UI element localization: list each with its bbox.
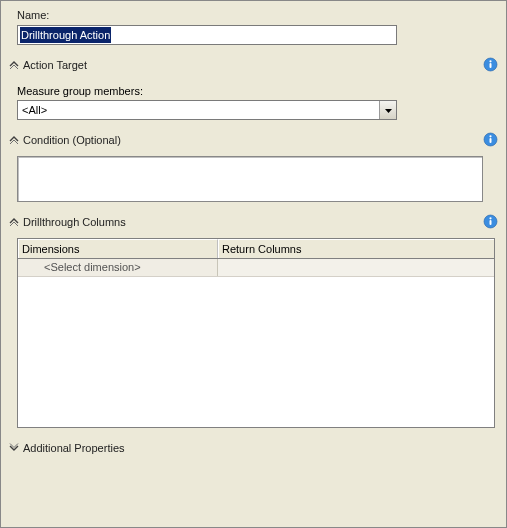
section-head-condition[interactable]: Condition (Optional) bbox=[1, 130, 506, 150]
section-head-action-target[interactable]: Action Target bbox=[1, 55, 506, 75]
drillthrough-grid[interactable]: Dimensions Return Columns <Select dimens… bbox=[17, 238, 495, 428]
svg-rect-5 bbox=[490, 138, 492, 143]
chevron-up-icon[interactable] bbox=[7, 133, 21, 147]
section-head-drillthrough[interactable]: Drillthrough Columns bbox=[1, 212, 506, 232]
dropdown-arrow-icon[interactable] bbox=[379, 101, 396, 119]
return-cell[interactable] bbox=[218, 259, 494, 276]
info-icon[interactable] bbox=[483, 214, 498, 229]
chevron-up-icon[interactable] bbox=[7, 215, 21, 229]
grid-col-dimensions[interactable]: Dimensions bbox=[18, 239, 218, 258]
measure-group-value: <All> bbox=[18, 101, 379, 119]
svg-point-7 bbox=[489, 217, 491, 219]
name-label: Name: bbox=[17, 9, 496, 21]
dimension-cell-placeholder[interactable]: <Select dimension> bbox=[18, 259, 218, 276]
measure-group-label: Measure group members: bbox=[17, 85, 494, 97]
info-icon[interactable] bbox=[483, 57, 498, 72]
grid-header: Dimensions Return Columns bbox=[18, 239, 494, 259]
section-title-additional: Additional Properties bbox=[23, 442, 125, 454]
svg-rect-8 bbox=[490, 220, 492, 225]
section-title-drillthrough: Drillthrough Columns bbox=[23, 216, 126, 228]
name-input-selection: Drillthrough Action bbox=[20, 27, 111, 43]
grid-empty-area bbox=[18, 277, 494, 427]
section-title-condition: Condition (Optional) bbox=[23, 134, 121, 146]
svg-point-1 bbox=[489, 60, 491, 62]
info-icon[interactable] bbox=[483, 132, 498, 147]
grid-col-return[interactable]: Return Columns bbox=[218, 239, 494, 258]
condition-textarea[interactable] bbox=[17, 156, 483, 202]
svg-point-4 bbox=[489, 135, 491, 137]
section-head-additional[interactable]: Additional Properties bbox=[1, 438, 506, 458]
action-editor-panel: Name: Drillthrough Action Action Target … bbox=[0, 0, 507, 528]
chevron-up-icon[interactable] bbox=[7, 58, 21, 72]
measure-group-combo[interactable]: <All> bbox=[17, 100, 397, 120]
svg-rect-2 bbox=[490, 63, 492, 68]
section-title-action-target: Action Target bbox=[23, 59, 87, 71]
chevron-down-icon[interactable] bbox=[7, 441, 21, 455]
name-input[interactable]: Drillthrough Action bbox=[17, 25, 397, 45]
table-row[interactable]: <Select dimension> bbox=[18, 259, 494, 277]
